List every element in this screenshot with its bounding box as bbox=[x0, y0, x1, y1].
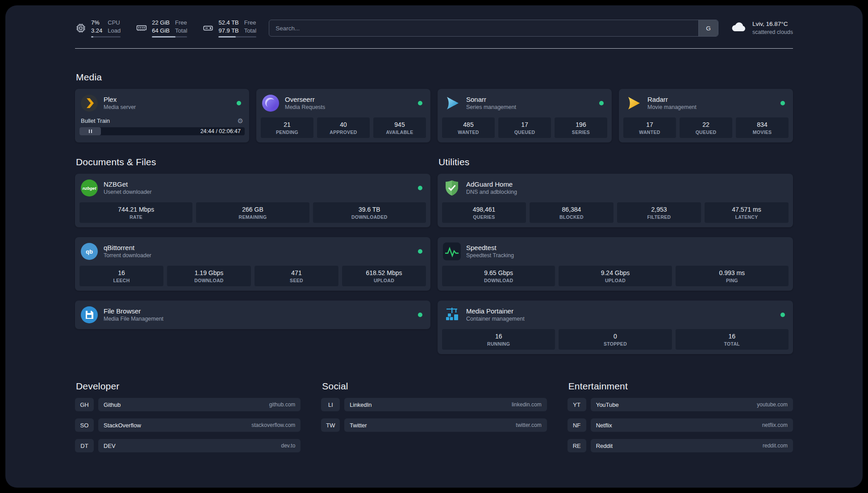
bookmark-label: Github bbox=[104, 401, 121, 408]
stat-tile: 17 WANTED bbox=[623, 117, 676, 138]
section-files: Documents & Files nzbget NZBGet Usenet d… bbox=[75, 157, 430, 329]
service-card-overseerr[interactable]: Overseerr Media Requests 21 PENDING 40 A… bbox=[256, 89, 430, 142]
service-card-radarr[interactable]: Radarr Movie management 17 WANTED 22 QUE… bbox=[619, 89, 793, 142]
stat-label: UPLOAD bbox=[344, 278, 424, 283]
bookmark-url: reddit.com bbox=[763, 443, 788, 449]
service-subtitle: DNS and adblocking bbox=[466, 188, 517, 196]
search-input[interactable] bbox=[269, 20, 698, 36]
plex-icon bbox=[80, 94, 98, 112]
stat-label: WANTED bbox=[625, 130, 674, 135]
stat-value: 17 bbox=[625, 121, 674, 128]
bookmark-twitter[interactable]: TW Twitter twitter.com bbox=[321, 418, 547, 432]
stat-value: 1.19 Gbps bbox=[169, 269, 249, 276]
stat-value: 9.24 Gbps bbox=[560, 269, 670, 276]
disk-total-label: Total bbox=[244, 27, 256, 34]
stat-tile: 86,384 BLOCKED bbox=[530, 202, 613, 223]
cpu-widget: 7% 3.24 CPU Load bbox=[75, 19, 121, 37]
stat-tile: 16 RUNNING bbox=[442, 329, 555, 350]
bookmark-url: dev.to bbox=[281, 443, 296, 449]
section-media: Media Plex Media server Bullet Train ⚙ bbox=[75, 72, 793, 142]
bookmark-group-social: Social LI LinkedIn linkedin.com TW Twitt… bbox=[321, 381, 547, 439]
bookmark-youtube[interactable]: YT YouTube youtube.com bbox=[568, 398, 793, 411]
stat-label: AVAILABLE bbox=[375, 130, 424, 135]
memory-icon bbox=[136, 22, 147, 34]
stat-label: PENDING bbox=[263, 130, 312, 135]
bookmark-url: twitter.com bbox=[516, 422, 541, 428]
section-title-media: Media bbox=[76, 72, 793, 83]
stat-tile: 16 LEECH bbox=[79, 266, 163, 286]
stat-tile: 21 PENDING bbox=[261, 117, 313, 138]
stat-value: 17 bbox=[500, 121, 549, 128]
stat-value: 485 bbox=[444, 121, 493, 128]
stat-value: 16 bbox=[81, 269, 162, 276]
stat-tile: 196 SERIES bbox=[555, 117, 607, 138]
stat-label: UPLOAD bbox=[560, 278, 670, 283]
pause-button[interactable] bbox=[79, 127, 101, 135]
cpu-icon bbox=[75, 22, 87, 34]
service-card-filebrowser[interactable]: File Browser Media File Management bbox=[75, 301, 430, 329]
stat-label: QUERIES bbox=[444, 214, 524, 220]
search-engine-button[interactable]: G bbox=[698, 20, 718, 36]
stat-value: 22 bbox=[681, 121, 730, 128]
service-name: qBittorrent bbox=[104, 244, 151, 252]
stat-value: 0 bbox=[560, 333, 670, 340]
stat-label: RUNNING bbox=[444, 341, 553, 347]
stat-label: RATE bbox=[81, 214, 191, 220]
gear-icon[interactable]: ⚙ bbox=[238, 117, 243, 124]
stat-label: WANTED bbox=[444, 130, 493, 135]
stat-tile: 39.6 TB DOWNLOADED bbox=[313, 202, 426, 223]
stat-value: 2,953 bbox=[619, 206, 699, 213]
bookmark-label: Reddit bbox=[596, 443, 613, 449]
disk-total-value: 97.9 TB bbox=[218, 27, 238, 34]
bookmark-url: github.com bbox=[269, 401, 296, 408]
service-card-adguard[interactable]: AdGuard Home DNS and adblocking 498,461 … bbox=[438, 174, 793, 227]
status-dot bbox=[237, 101, 241, 105]
search-bar: G bbox=[269, 20, 718, 37]
stat-tile: 744.21 Mbps RATE bbox=[79, 202, 192, 223]
service-name: Overseerr bbox=[285, 96, 325, 104]
memory-free-label: Free bbox=[175, 19, 187, 26]
stat-label: QUEUED bbox=[500, 130, 549, 135]
bookmark-github[interactable]: GH Github github.com bbox=[75, 398, 300, 411]
service-card-plex[interactable]: Plex Media server Bullet Train ⚙ 24:44 /… bbox=[75, 89, 249, 142]
playback-progress-bar[interactable]: 24:44 / 02:06:47 bbox=[79, 127, 245, 135]
bookmark-url: stackoverflow.com bbox=[251, 422, 295, 428]
service-name: Media Portainer bbox=[466, 307, 525, 316]
stat-value: 744.21 Mbps bbox=[81, 206, 191, 213]
svg-text:qb: qb bbox=[86, 248, 93, 255]
section-title-files: Documents & Files bbox=[76, 157, 430, 167]
disk-free-label: Free bbox=[244, 19, 256, 26]
service-card-nzbget[interactable]: nzbget NZBGet Usenet downloader 744.21 M… bbox=[75, 174, 430, 227]
stat-tile: 834 MOVIES bbox=[736, 117, 789, 138]
service-name: NZBGet bbox=[104, 180, 152, 189]
bookmark-linkedin[interactable]: LI LinkedIn linkedin.com bbox=[321, 398, 547, 411]
bookmark-stackoverflow[interactable]: SO StackOverflow stackoverflow.com bbox=[75, 418, 300, 432]
stat-label: REMAINING bbox=[198, 214, 307, 220]
stat-label: SEED bbox=[256, 278, 337, 283]
bookmark-dev[interactable]: DT DEV dev.to bbox=[75, 439, 300, 452]
overseerr-icon bbox=[262, 94, 280, 112]
stat-value: 21 bbox=[263, 121, 312, 128]
bookmark-label: StackOverflow bbox=[104, 422, 141, 429]
service-card-portainer[interactable]: Media Portainer Container management 16 … bbox=[438, 301, 793, 354]
memory-free-value: 22 GiB bbox=[152, 19, 170, 26]
speedtest-icon bbox=[443, 242, 461, 260]
stat-tile: 471 SEED bbox=[255, 266, 338, 286]
stat-label: LATENCY bbox=[706, 214, 787, 220]
sonarr-icon bbox=[443, 94, 461, 112]
cpu-usage-value: 7% bbox=[91, 19, 102, 26]
service-card-sonarr[interactable]: Sonarr Series management 485 WANTED 17 Q… bbox=[438, 89, 612, 142]
stat-tile: 485 WANTED bbox=[442, 117, 495, 138]
status-dot bbox=[780, 313, 785, 317]
weather-location: Lviv, 16.87°C bbox=[752, 20, 793, 28]
stat-value: 39.6 TB bbox=[315, 206, 424, 213]
stat-tile: 22 QUEUED bbox=[680, 117, 732, 138]
bookmark-abbr: DT bbox=[75, 439, 94, 452]
service-card-qbittorrent[interactable]: qb qBittorrent Torrent downloader 16 LEE… bbox=[75, 237, 430, 291]
service-name: Plex bbox=[104, 96, 136, 104]
service-card-speedtest[interactable]: Speedtest Speedtest Tracking 9.65 Gbps D… bbox=[438, 237, 793, 291]
bookmark-netflix[interactable]: NF Netflix netflix.com bbox=[568, 418, 793, 432]
service-subtitle: Media File Management bbox=[104, 315, 163, 322]
bookmark-reddit[interactable]: RE Reddit reddit.com bbox=[568, 439, 793, 452]
service-subtitle: Media server bbox=[104, 104, 136, 111]
